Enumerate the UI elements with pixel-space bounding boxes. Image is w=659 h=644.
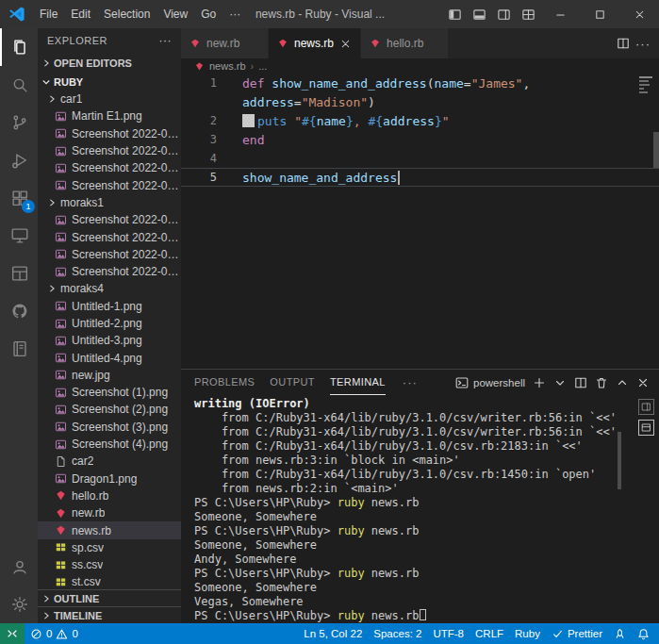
tree-item-label: st.csv <box>72 575 101 588</box>
tree-item[interactable]: Screenshot (3).png <box>38 419 181 436</box>
notifications-bell[interactable] <box>632 623 655 644</box>
tab-hello.rb[interactable]: hello.rb <box>361 28 449 58</box>
code-token: name <box>435 76 464 91</box>
tree-item[interactable]: Screenshot 2022-02-... <box>38 142 181 159</box>
tree-item[interactable]: st.csv <box>38 573 181 589</box>
terminal-side-icon-2[interactable] <box>638 420 654 436</box>
panel-more-actions[interactable]: ··· <box>403 375 418 389</box>
breadcrumb-more[interactable]: ... <box>258 60 267 72</box>
source-control-activity-button[interactable] <box>0 104 38 141</box>
tree-item[interactable]: new.jpg <box>38 367 181 384</box>
minimap[interactable] <box>639 76 654 93</box>
indentation-status[interactable]: Spaces: 2 <box>368 623 427 644</box>
tree-item[interactable]: Screenshot 2022-01-... <box>38 228 181 245</box>
panel-tab-problems[interactable]: PROBLEMS <box>194 370 255 395</box>
run-debug-activity-button[interactable] <box>0 141 38 179</box>
tree-item[interactable]: Martin E1.png <box>38 107 181 124</box>
cursor-position[interactable]: Ln 5, Col 22 <box>298 623 368 644</box>
toggle-secondary-sidebar-icon[interactable] <box>491 0 516 28</box>
breadcrumb-file[interactable]: news.rb <box>209 60 246 72</box>
notebook-activity-button[interactable] <box>0 330 38 368</box>
tree-item[interactable]: Screenshot 2022-02-... <box>38 159 181 176</box>
menu-go[interactable]: Go <box>194 0 222 28</box>
menu-file[interactable]: File <box>33 0 64 28</box>
tree-item[interactable]: sp.csv <box>38 539 181 556</box>
terminal-profile[interactable]: powershell <box>455 376 525 389</box>
editor-more-actions[interactable]: ··· <box>635 37 651 51</box>
account-activity-button[interactable] <box>0 548 38 586</box>
folder-root-section[interactable]: RUBY <box>38 74 181 91</box>
tree-item[interactable]: car1 <box>38 91 181 107</box>
tree-item[interactable]: Screenshot 2022-01-... <box>38 125 181 142</box>
outline-section[interactable]: OUTLINE <box>38 589 181 606</box>
problems-status[interactable]: 0 0 <box>25 623 84 644</box>
remote-explorer-activity-button[interactable] <box>0 217 38 255</box>
split-editor-icon[interactable] <box>617 37 630 50</box>
encoding-status[interactable]: UTF-8 <box>427 623 470 644</box>
tree-item[interactable]: Screenshot 2022-01-... <box>38 211 181 228</box>
split-terminal-icon[interactable] <box>574 376 587 389</box>
formatter-status[interactable]: Prettier <box>546 623 608 644</box>
tree-item[interactable]: car2 <box>38 453 181 470</box>
maximize-button[interactable] <box>580 0 619 28</box>
menu-overflow[interactable]: ··· <box>222 0 247 28</box>
terminal[interactable]: writing (IOError) from C:/Ruby31-x64/lib… <box>181 395 659 623</box>
tree-item[interactable]: Screenshot 2022-02-... <box>38 176 181 193</box>
tree-item[interactable]: Screenshot 2022-02-... <box>38 246 181 263</box>
panel-tab-output[interactable]: OUTPUT <box>270 370 315 395</box>
files-activity-button[interactable] <box>0 28 38 66</box>
tree-item[interactable]: new.rb <box>38 504 181 521</box>
tree-item[interactable]: Untitled-2.png <box>38 315 181 332</box>
menu-edit[interactable]: Edit <box>64 0 97 28</box>
customize-layout-icon[interactable] <box>516 0 540 28</box>
menu-view[interactable]: View <box>157 0 194 28</box>
tree-item[interactable]: hello.rb <box>38 487 181 504</box>
terminal-dropdown-icon[interactable] <box>553 376 567 389</box>
tree-item[interactable]: Screenshot 2022-02-... <box>38 263 181 280</box>
language-mode[interactable]: Ruby <box>509 623 546 644</box>
rocket-status[interactable] <box>608 623 632 644</box>
tree-item[interactable]: Screenshot (4).png <box>38 436 181 453</box>
tree-item[interactable]: Untitled-1.png <box>38 298 181 315</box>
minimize-button[interactable] <box>540 0 580 28</box>
terminal-scrollbar[interactable] <box>618 432 621 489</box>
close-icon[interactable] <box>339 38 352 50</box>
close-panel-icon[interactable] <box>636 376 650 389</box>
toggle-sidebar-icon[interactable] <box>442 0 467 28</box>
maximize-panel-icon[interactable] <box>616 376 629 389</box>
terminal-side-icon-1[interactable] <box>638 399 654 415</box>
github-activity-button[interactable] <box>0 292 38 330</box>
tab-new.rb[interactable]: new.rb <box>181 28 269 58</box>
tree-item[interactable]: moraks4 <box>38 280 181 297</box>
new-terminal-button[interactable] <box>533 376 546 389</box>
kill-terminal-icon[interactable] <box>595 376 608 389</box>
code-editor[interactable]: 1def show_name_and_address(name="James",… <box>181 74 659 369</box>
timeline-section[interactable]: TIMELINE <box>38 606 181 623</box>
panel-tab-terminal[interactable]: TERMINAL <box>330 370 386 395</box>
image-file-icon <box>55 231 67 243</box>
menu-selection[interactable]: Selection <box>97 0 157 28</box>
tree-item[interactable]: Screenshot (1).png <box>38 384 181 401</box>
toggle-panel-icon[interactable] <box>467 0 491 28</box>
open-editors-section[interactable]: OPEN EDITORS <box>38 53 181 74</box>
tree-item[interactable]: Screenshot (2).png <box>38 401 181 418</box>
search-activity-button[interactable] <box>0 66 38 104</box>
tree-item[interactable]: ss.csv <box>38 556 181 573</box>
settings-gear-activity-button[interactable] <box>0 586 38 623</box>
remote-indicator[interactable] <box>0 623 25 644</box>
tree-item-label: Untitled-3.png <box>72 334 142 347</box>
tab-news.rb[interactable]: news.rb <box>269 28 361 58</box>
tree-item[interactable]: Dragon1.png <box>38 471 181 487</box>
extensions-activity-button[interactable]: 1 <box>0 179 38 217</box>
tree-item[interactable]: news.rb <box>38 521 181 538</box>
close-window-button[interactable] <box>619 0 659 28</box>
eol-status[interactable]: CRLF <box>470 623 509 644</box>
panel: PROBLEMSOUTPUTTERMINAL ··· powershell <box>181 369 659 623</box>
sidebar-more-actions[interactable]: ··· <box>159 34 173 47</box>
tree-item-label: news.rb <box>72 524 111 537</box>
tree-item[interactable]: Untitled-3.png <box>38 332 181 349</box>
editor-scrollbar[interactable] <box>653 132 659 168</box>
tree-item[interactable]: Untitled-4.png <box>38 349 181 366</box>
tree-item[interactable]: moraks1 <box>38 194 181 211</box>
window-layout-activity-button[interactable] <box>0 255 38 292</box>
